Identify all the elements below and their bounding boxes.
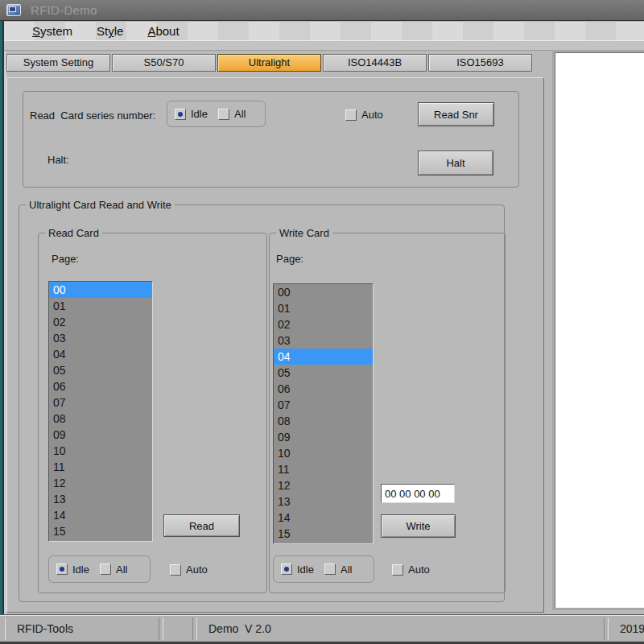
idle-radio[interactable]	[56, 564, 68, 575]
menu-system[interactable]: System	[32, 24, 72, 38]
tab-ultralight[interactable]: Ultralight	[217, 54, 321, 72]
write-page-label: Page:	[276, 253, 303, 265]
auto-checkbox[interactable]	[170, 564, 181, 576]
idle-radio[interactable]	[175, 109, 186, 120]
page-list-item[interactable]: 03	[49, 330, 152, 346]
read-page-label: Page:	[52, 253, 79, 265]
app-icon	[6, 4, 21, 16]
snr-mode-radio-group: Idle All	[167, 101, 266, 127]
page-list-item[interactable]: 06	[274, 381, 373, 397]
status-app-name: RFID-Tools	[5, 617, 159, 640]
write-card-title: Write Card	[276, 227, 332, 239]
menu-bar: System Style About	[4, 22, 644, 40]
page-list-item[interactable]: 02	[274, 316, 373, 332]
page-list-item[interactable]: 15	[49, 523, 152, 539]
read-snr-button[interactable]: Read Snr	[418, 102, 494, 126]
page-list-item[interactable]: 07	[274, 397, 373, 413]
page-list-item[interactable]: 05	[274, 365, 373, 381]
page-list-item[interactable]: 04	[274, 349, 373, 365]
ultralight-rw-title: Ultralight Card Read and Write	[26, 199, 175, 211]
menu-about[interactable]: About	[147, 24, 179, 38]
tab-iso15693[interactable]: ISO15693	[428, 54, 532, 72]
read-button[interactable]: Read	[163, 514, 240, 537]
write-data-input[interactable]: 00 00 00 00	[381, 484, 455, 503]
halt-label: Halt:	[47, 154, 69, 166]
snr-auto-option[interactable]: Auto	[345, 109, 383, 121]
window-title: RFID-Demo	[31, 3, 97, 17]
read-card-title: Read Card	[45, 227, 102, 239]
page-list-item[interactable]: 08	[274, 413, 373, 429]
tab-row: System Setting S50/S70 Ultralight ISO144…	[6, 54, 532, 72]
read-all-option[interactable]: All	[100, 564, 127, 576]
page-list-item[interactable]: 08	[49, 411, 152, 427]
page-list-item[interactable]: 12	[49, 475, 152, 491]
status-version: Demo V 2.0	[196, 617, 605, 640]
page-list-item[interactable]: 01	[49, 298, 152, 314]
snr-all-option[interactable]: All	[218, 108, 246, 120]
page-list-item[interactable]: 01	[274, 300, 373, 316]
page-list-item[interactable]: 00	[274, 284, 373, 300]
tab-iso14443b[interactable]: ISO14443B	[323, 54, 427, 72]
read-card-groupbox: Read Card Page: 000102030405060708091011…	[38, 233, 267, 593]
page-list-item[interactable]: 09	[49, 427, 152, 443]
status-spacer	[163, 617, 193, 640]
page-list-item[interactable]: 15	[274, 526, 373, 542]
page-list-item[interactable]: 13	[49, 491, 152, 507]
idle-radio[interactable]	[281, 564, 292, 575]
read-page-list[interactable]: 00010203040506070809101112131415	[48, 281, 153, 542]
page-list-item[interactable]: 11	[274, 461, 373, 477]
status-bar: RFID-Tools Demo V 2.0 2019	[0, 616, 644, 642]
read-snr-label: Read Card series number:	[30, 109, 155, 122]
page-list-item[interactable]: 09	[274, 429, 373, 445]
all-radio[interactable]	[218, 109, 229, 120]
page-list-item[interactable]: 03	[274, 332, 373, 349]
all-radio[interactable]	[100, 564, 111, 575]
title-bar[interactable]: RFID-Demo	[0, 0, 644, 21]
tab-s50-s70[interactable]: S50/S70	[112, 54, 216, 72]
write-page-list[interactable]: 00010203040506070809101112131415	[273, 283, 374, 544]
menu-style[interactable]: Style	[97, 24, 123, 38]
snr-groupbox: Read Card series number: Idle All Auto R…	[23, 91, 519, 188]
page-list-item[interactable]: 00	[49, 282, 152, 298]
halt-button[interactable]: Halt	[418, 151, 493, 175]
page-list-item[interactable]: 05	[49, 362, 152, 378]
page-list-item[interactable]: 06	[49, 378, 152, 394]
auto-checkbox[interactable]	[392, 564, 403, 576]
page-list-item[interactable]: 10	[49, 443, 152, 459]
page-list-item[interactable]: 04	[49, 346, 152, 362]
auto-checkbox[interactable]	[345, 109, 357, 121]
page-list-item[interactable]: 11	[49, 459, 152, 475]
read-auto-option[interactable]: Auto	[170, 564, 208, 576]
snr-idle-option[interactable]: Idle	[175, 108, 208, 120]
status-date: 2019	[608, 617, 644, 640]
write-idle-option[interactable]: Idle	[281, 564, 314, 576]
ultralight-rw-groupbox: Ultralight Card Read and Write Read Card…	[19, 204, 505, 602]
output-log-panel[interactable]	[552, 50, 644, 610]
page-list-item[interactable]: 14	[49, 507, 152, 523]
write-all-option[interactable]: All	[324, 564, 352, 576]
all-radio[interactable]	[324, 564, 336, 575]
ultralight-tab-page: Read Card series number: Idle All Auto R…	[6, 77, 544, 613]
read-idle-option[interactable]: Idle	[56, 564, 89, 576]
page-list-item[interactable]: 14	[274, 510, 373, 526]
tab-system-setting[interactable]: System Setting	[6, 54, 110, 72]
page-list-item[interactable]: 12	[274, 477, 373, 493]
app-window: RFID-Demo System Style About System Sett…	[0, 0, 644, 644]
page-list-item[interactable]: 10	[274, 445, 373, 461]
write-button[interactable]: Write	[381, 514, 456, 538]
write-mode-radio-group: Idle All	[273, 555, 374, 583]
page-list-item[interactable]: 13	[274, 493, 373, 510]
page-list-item[interactable]: 02	[49, 314, 152, 330]
tool-strip	[4, 40, 644, 51]
page-list-item[interactable]: 07	[49, 394, 152, 411]
write-auto-option[interactable]: Auto	[392, 564, 430, 576]
write-card-groupbox: Write Card Page: 00010203040506070809101…	[269, 233, 506, 593]
read-mode-radio-group: Idle All	[48, 555, 151, 583]
